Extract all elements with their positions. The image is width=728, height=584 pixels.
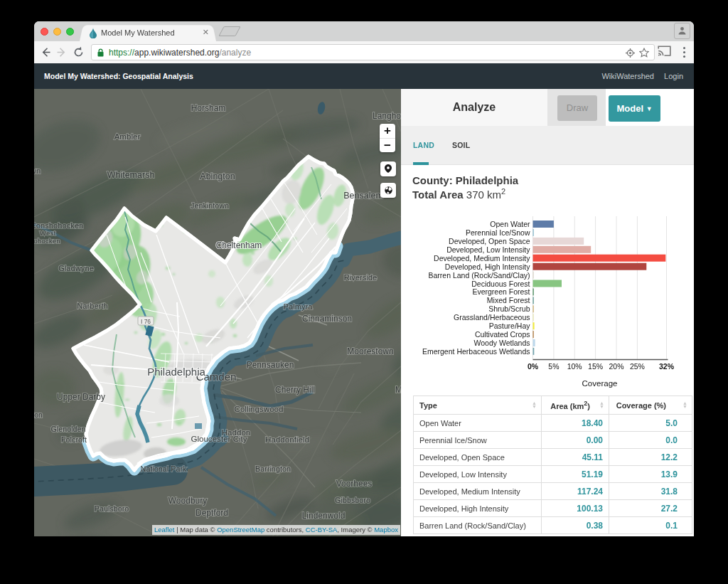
svg-text:nshohocken: nshohocken: [34, 237, 60, 245]
svg-text:Philadelphia: Philadelphia: [147, 366, 205, 378]
svg-text:Ambler: Ambler: [114, 132, 141, 141]
svg-text:Cheltenham: Cheltenham: [216, 240, 262, 250]
svg-text:Voorhees: Voorhees: [336, 479, 373, 489]
svg-text:Perennial Ice/Snow: Perennial Ice/Snow: [466, 228, 530, 237]
svg-text:Glenolden: Glenolden: [50, 425, 85, 433]
svg-text:15%: 15%: [588, 362, 603, 371]
svg-text:Gibbsboro: Gibbsboro: [335, 496, 370, 504]
svg-text:Gladwyne: Gladwyne: [58, 264, 94, 272]
svg-text:Jenkintown: Jenkintown: [191, 201, 229, 210]
svg-text:Developed, Low Intensity: Developed, Low Intensity: [446, 245, 530, 254]
svg-text:Deptford: Deptford: [196, 508, 228, 518]
svg-text:Riverside: Riverside: [344, 273, 378, 282]
svg-text:Coverage: Coverage: [582, 379, 618, 388]
svg-text:Developed, High Intensity: Developed, High Intensity: [445, 262, 530, 271]
svg-text:Woody Wetlands: Woody Wetlands: [474, 339, 530, 347]
svg-text:Evergreen Forest: Evergreen Forest: [472, 287, 530, 296]
svg-text:Mou: Mou: [395, 385, 401, 395]
svg-text:Shrub/Scrub: Shrub/Scrub: [488, 304, 530, 313]
svg-text:West: West: [40, 229, 56, 237]
svg-text:Cultivated Crops: Cultivated Crops: [475, 330, 530, 339]
svg-text:Upper Darby: Upper Darby: [57, 392, 105, 402]
svg-text:wn: wn: [34, 166, 41, 175]
svg-text:Open Water: Open Water: [490, 220, 530, 228]
svg-text:20%: 20%: [609, 362, 623, 371]
svg-text:National Park: National Park: [141, 464, 187, 473]
svg-text:Mixed Forest: Mixed Forest: [487, 296, 530, 304]
svg-text:Collingswood: Collingswood: [235, 404, 284, 413]
svg-text:Grassland/Herbaceous: Grassland/Herbaceous: [454, 313, 530, 322]
svg-text:Cinnaminson: Cinnaminson: [302, 314, 352, 324]
svg-text:Narberth: Narberth: [77, 302, 108, 310]
svg-text:Horsham: Horsham: [191, 103, 226, 113]
svg-text:Woodbury: Woodbury: [168, 496, 207, 506]
svg-text:Barrington: Barrington: [255, 464, 291, 473]
svg-text:Bensalem: Bensalem: [343, 191, 383, 201]
svg-text:Emergent Herbaceous Wetlands: Emergent Herbaceous Wetlands: [422, 347, 530, 356]
svg-text:Whitemarsh: Whitemarsh: [107, 170, 155, 180]
svg-text:Moorestown: Moorestown: [347, 346, 393, 356]
svg-text:5%: 5%: [548, 362, 559, 371]
svg-text:I 76: I 76: [141, 318, 151, 325]
svg-text:Paulsboro: Paulsboro: [95, 504, 129, 513]
svg-text:Deciduous Forest: Deciduous Forest: [471, 280, 530, 288]
svg-text:25%: 25%: [630, 362, 645, 371]
svg-text:Haddonfield: Haddonfield: [265, 435, 309, 444]
svg-text:Developed, Medium Intensity: Developed, Medium Intensity: [434, 254, 530, 262]
svg-text:Folcroft: Folcroft: [61, 435, 87, 444]
svg-text:Lindenwold: Lindenwold: [302, 511, 346, 521]
svg-text:0%: 0%: [528, 362, 539, 371]
svg-text:orton: orton: [34, 411, 43, 419]
svg-text:Abington: Abington: [200, 171, 235, 181]
svg-text:32%: 32%: [659, 362, 675, 371]
svg-text:Langhorne: Langhorne: [373, 111, 401, 121]
svg-text:Gloucester City: Gloucester City: [191, 434, 247, 443]
svg-text:10%: 10%: [567, 362, 582, 371]
svg-text:Pennsauken: Pennsauken: [247, 360, 294, 370]
svg-text:Developed, Open Space: Developed, Open Space: [449, 237, 530, 245]
svg-text:Pasture/Hay: Pasture/Hay: [489, 322, 531, 330]
svg-text:Barren Land (Rock/Sand/Clay): Barren Land (Rock/Sand/Clay): [429, 271, 530, 280]
svg-text:Cherry Hill: Cherry Hill: [275, 385, 315, 395]
svg-text:Palmyra: Palmyra: [283, 302, 313, 311]
